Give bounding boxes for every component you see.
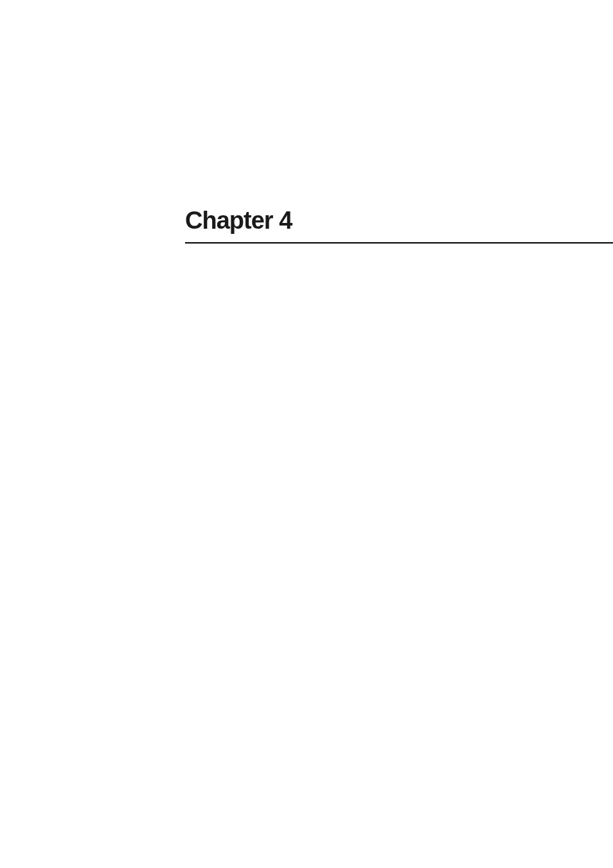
- chapter-heading: Chapter 4: [185, 207, 613, 244]
- chapter-title: Chapter 4: [185, 207, 613, 235]
